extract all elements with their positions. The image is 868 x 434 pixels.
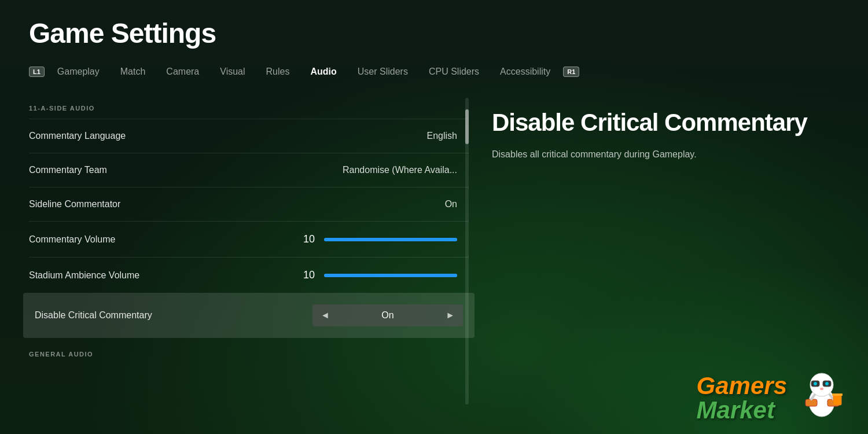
stadium-ambience-label: Stadium Ambience Volume	[29, 270, 139, 281]
tab-visual[interactable]: Visual	[212, 63, 253, 80]
commentary-volume-num: 10	[303, 233, 315, 245]
navigation-tabs: L1 Gameplay Match Camera Visual Rules Au…	[29, 63, 839, 80]
info-title: Disable Critical Commentary	[492, 109, 816, 136]
stadium-ambience-slider[interactable]	[324, 274, 457, 277]
info-description: Disables all critical commentary during …	[492, 148, 816, 161]
section-header-general: GENERAL AUDIO	[29, 344, 469, 365]
disable-critical-commentary-toggle[interactable]: ◄ On ►	[312, 304, 463, 326]
setting-row-commentary-language[interactable]: Commentary Language English	[29, 119, 469, 153]
setting-row-stadium-ambience[interactable]: Stadium Ambience Volume 10	[29, 257, 469, 293]
commentary-language-label: Commentary Language	[29, 131, 126, 141]
tab-gameplay[interactable]: Gameplay	[49, 63, 108, 80]
tab-accessibility[interactable]: Accessibility	[492, 63, 558, 80]
toggle-right-arrow[interactable]: ►	[437, 304, 463, 326]
info-panel: Disable Critical Commentary Disables all…	[469, 98, 839, 404]
commentary-volume-control: 10	[303, 233, 457, 245]
sideline-commentator-value: On	[445, 199, 457, 209]
scrollbar[interactable]	[465, 98, 469, 404]
stadium-ambience-num: 10	[303, 269, 315, 281]
left-badge: L1	[29, 67, 45, 77]
tab-camera[interactable]: Camera	[158, 63, 207, 80]
page-title: Game Settings	[29, 17, 839, 49]
tab-user-sliders[interactable]: User Sliders	[350, 63, 416, 80]
disable-critical-commentary-label: Disable Critical Commentary	[35, 310, 152, 321]
stadium-ambience-control: 10	[303, 269, 457, 281]
setting-row-commentary-volume[interactable]: Commentary Volume 10	[29, 221, 469, 257]
toggle-value-on: On	[338, 310, 437, 321]
commentary-language-value: English	[427, 131, 457, 141]
stadium-ambience-fill	[324, 274, 457, 277]
tab-rules[interactable]: Rules	[258, 63, 298, 80]
setting-row-commentary-team[interactable]: Commentary Team Randomise (Where Availa.…	[29, 153, 469, 187]
section-header-11aside: 11-A-SIDE AUDIO	[29, 98, 469, 119]
settings-panel: 11-A-SIDE AUDIO Commentary Language Engl…	[29, 98, 469, 404]
tab-cpu-sliders[interactable]: CPU Sliders	[421, 63, 487, 80]
commentary-volume-slider[interactable]	[324, 238, 457, 241]
tab-match[interactable]: Match	[112, 63, 154, 80]
setting-row-sideline-commentator[interactable]: Sideline Commentator On	[29, 187, 469, 221]
tab-audio[interactable]: Audio	[302, 63, 344, 80]
commentary-team-value: Randomise (Where Availa...	[343, 165, 457, 175]
right-badge: R1	[563, 67, 579, 77]
sideline-commentator-label: Sideline Commentator	[29, 199, 120, 209]
toggle-left-arrow[interactable]: ◄	[312, 304, 338, 326]
scrollbar-thumb[interactable]	[465, 109, 469, 144]
commentary-volume-label: Commentary Volume	[29, 234, 115, 245]
commentary-team-label: Commentary Team	[29, 165, 107, 175]
setting-row-disable-critical-commentary[interactable]: Disable Critical Commentary ◄ On ►	[23, 293, 475, 338]
commentary-volume-fill	[324, 238, 457, 241]
